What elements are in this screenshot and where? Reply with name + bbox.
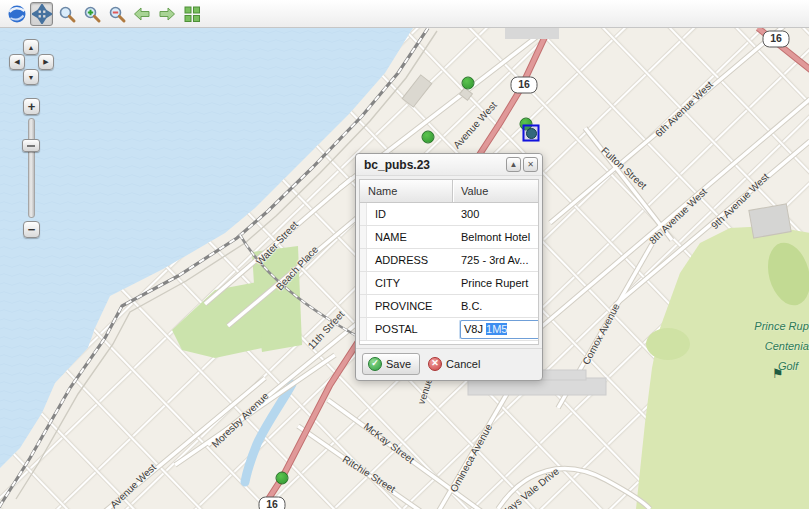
zoom-out-icon	[107, 4, 127, 24]
feature-popup: bc_pubs.23 ▲ ✕ Name Value ID 300 NAME Be…	[355, 153, 543, 381]
popup-footer-toolbar: ✓ Save ✕ Cancel	[356, 348, 542, 378]
zoom-in-icon	[82, 4, 102, 24]
zoom-out-map-button[interactable]: −	[23, 221, 40, 238]
pan-tool-button[interactable]	[30, 2, 53, 26]
popup-title: bc_pubs.23	[364, 158, 504, 172]
pub-marker[interactable]	[276, 472, 289, 485]
pan-up-icon: ▲	[28, 44, 35, 51]
pan-down-icon: ▼	[28, 74, 35, 81]
main-toolbar	[0, 0, 809, 28]
google-earth-icon[interactable]	[5, 2, 28, 26]
cell-name: ID	[367, 208, 453, 220]
grid-row-name[interactable]: NAME Belmont Hotel	[360, 226, 538, 249]
cell-value[interactable]: B.C.	[453, 300, 538, 312]
cell-value[interactable]: 300	[453, 208, 538, 220]
google-earth-glyph	[7, 4, 27, 24]
zoom-tool-button[interactable]	[55, 2, 78, 26]
column-header-name[interactable]: Name	[360, 180, 452, 202]
cell-name: NAME	[367, 231, 453, 243]
pub-marker[interactable]	[422, 131, 435, 144]
attribute-grid: Name Value ID 300 NAME Belmont Hotel ADD…	[359, 179, 539, 345]
highway-shield-16-a: 16	[511, 77, 538, 94]
arrow-left-icon	[132, 4, 152, 24]
selected-feature-marker[interactable]	[523, 125, 540, 142]
arrow-right-icon	[157, 4, 177, 24]
pan-west-button[interactable]: ◀	[9, 54, 25, 70]
selected-feature-point	[526, 128, 537, 139]
postal-text: V8J	[464, 323, 486, 335]
grid-row-id[interactable]: ID 300	[360, 203, 538, 226]
popup-collapse-button[interactable]: ▲	[506, 157, 521, 172]
cell-value[interactable]: 725 - 3rd Av...	[453, 254, 538, 266]
zoom-slider-track[interactable]	[28, 118, 35, 218]
grid-row-province[interactable]: PROVINCE B.C.	[360, 295, 538, 318]
pan-left-icon: ◀	[14, 58, 19, 66]
cell-value-editor: V8J 1M5	[453, 320, 538, 339]
cancel-x-icon: ✕	[428, 357, 442, 371]
popup-header[interactable]: bc_pubs.23 ▲ ✕	[356, 154, 542, 176]
cell-name: CITY	[367, 277, 453, 289]
max-extent-button[interactable]	[180, 2, 203, 26]
plus-icon: +	[28, 100, 36, 113]
next-extent-button[interactable]	[155, 2, 178, 26]
cell-name: PROVINCE	[367, 300, 453, 312]
max-extent-icon	[182, 4, 202, 24]
previous-extent-button[interactable]	[130, 2, 153, 26]
grid-row-city[interactable]: CITY Prince Rupert	[360, 272, 538, 295]
postal-input[interactable]: V8J 1M5	[460, 320, 538, 339]
save-button[interactable]: ✓ Save	[362, 353, 420, 375]
pan-right-icon: ▶	[43, 58, 48, 66]
gis-application: Avenue West Water Street Beach Place 11t…	[0, 0, 809, 509]
zoom-in-map-button[interactable]: +	[23, 98, 40, 115]
grid-row-address[interactable]: ADDRESS 725 - 3rd Av...	[360, 249, 538, 272]
save-label: Save	[386, 358, 411, 370]
pan-icon	[32, 4, 52, 24]
magnifier-icon	[57, 4, 77, 24]
minus-icon: −	[28, 223, 36, 236]
zoom-slider-handle[interactable]	[22, 139, 40, 152]
cancel-button[interactable]: ✕ Cancel	[420, 353, 488, 375]
cell-value[interactable]: Prince Rupert	[453, 277, 538, 289]
postal-selected-text: 1M5	[486, 323, 507, 335]
grid-row-postal[interactable]: POSTAL V8J 1M5	[360, 318, 538, 341]
golf-flag-icon: ⚑	[772, 366, 784, 381]
map-canvas[interactable]: Avenue West Water Street Beach Place 11t…	[0, 28, 809, 509]
golf-course-label: Prince Rupert Centenial Golf	[718, 316, 809, 376]
pub-marker[interactable]	[462, 77, 475, 90]
cell-value[interactable]: Belmont Hotel	[453, 231, 538, 243]
pan-south-button[interactable]: ▼	[23, 69, 39, 85]
cancel-label: Cancel	[446, 358, 480, 370]
popup-close-button[interactable]: ✕	[523, 157, 538, 172]
column-header-value[interactable]: Value	[452, 180, 538, 202]
cell-name: POSTAL	[367, 323, 453, 335]
highway-shield-16-b: 16	[763, 31, 790, 48]
save-check-icon: ✓	[368, 357, 382, 371]
highway-shield-16-c: 16	[259, 497, 286, 509]
pan-north-button[interactable]: ▲	[23, 39, 39, 55]
pan-east-button[interactable]: ▶	[38, 54, 54, 70]
grid-header-row: Name Value	[360, 180, 538, 203]
zoom-in-button[interactable]	[80, 2, 103, 26]
zoom-out-button[interactable]	[105, 2, 128, 26]
cell-name: ADDRESS	[367, 254, 453, 266]
